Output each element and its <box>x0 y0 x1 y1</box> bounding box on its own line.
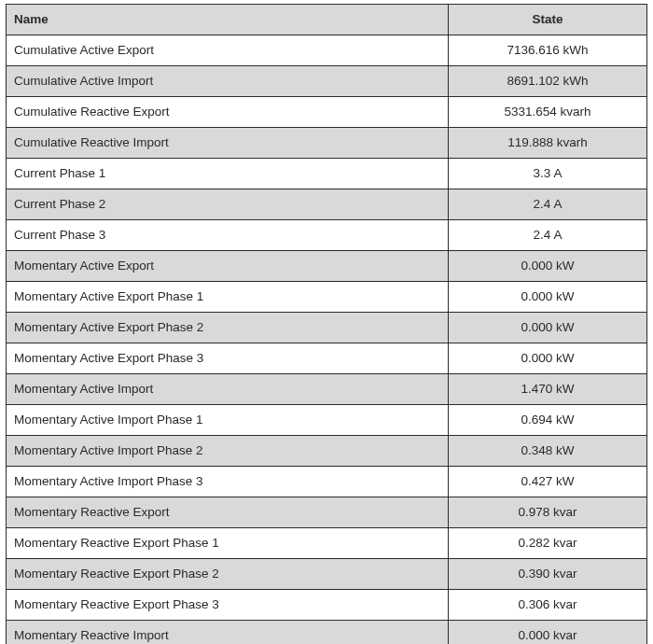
table-row: Cumulative Reactive Import119.888 kvarh <box>7 128 647 159</box>
sensor-name: Current Phase 3 <box>7 220 449 251</box>
sensor-name: Momentary Active Import Phase 2 <box>7 436 449 467</box>
table-row: Momentary Active Import Phase 20.348 kW <box>7 436 647 467</box>
sensor-state: 1.470 kW <box>449 374 647 405</box>
table-row: Momentary Reactive Import0.000 kvar <box>7 621 647 645</box>
sensor-state: 0.694 kW <box>449 405 647 436</box>
sensor-name: Momentary Active Import Phase 3 <box>7 467 449 497</box>
sensor-name: Momentary Reactive Export Phase 2 <box>7 559 449 590</box>
sensor-state: 7136.616 kWh <box>449 35 647 66</box>
column-header-name: Name <box>7 5 449 35</box>
sensor-state: 0.000 kW <box>449 313 647 343</box>
sensor-state: 2.4 A <box>449 189 647 220</box>
sensor-name: Momentary Active Export Phase 2 <box>7 313 449 343</box>
table-row: Current Phase 32.4 A <box>7 220 647 251</box>
sensor-state: 0.000 kW <box>449 343 647 374</box>
sensor-state: 0.390 kvar <box>449 559 647 590</box>
sensor-state: 0.000 kW <box>449 251 647 282</box>
sensor-state: 0.000 kW <box>449 282 647 313</box>
table-row: Cumulative Reactive Export5331.654 kvarh <box>7 97 647 128</box>
table-row: Momentary Reactive Export Phase 20.390 k… <box>7 559 647 590</box>
sensor-name: Current Phase 2 <box>7 189 449 220</box>
sensor-name: Momentary Reactive Export Phase 1 <box>7 528 449 559</box>
table-row: Momentary Active Import Phase 30.427 kW <box>7 467 647 497</box>
sensor-table-container: Name State Cumulative Active Export7136.… <box>0 0 653 644</box>
table-row: Momentary Active Import1.470 kW <box>7 374 647 405</box>
table-row: Cumulative Active Export7136.616 kWh <box>7 35 647 66</box>
sensor-state: 0.348 kW <box>449 436 647 467</box>
table-row: Momentary Reactive Export Phase 10.282 k… <box>7 528 647 559</box>
sensor-name: Cumulative Active Import <box>7 66 449 97</box>
table-row: Momentary Active Import Phase 10.694 kW <box>7 405 647 436</box>
sensor-state: 0.978 kvar <box>449 497 647 528</box>
sensor-state: 8691.102 kWh <box>449 66 647 97</box>
sensor-table: Name State Cumulative Active Export7136.… <box>6 4 647 644</box>
table-row: Cumulative Active Import8691.102 kWh <box>7 66 647 97</box>
table-body: Cumulative Active Export7136.616 kWhCumu… <box>7 35 647 645</box>
sensor-name: Momentary Reactive Export Phase 3 <box>7 590 449 621</box>
table-row: Momentary Active Export Phase 30.000 kW <box>7 343 647 374</box>
table-row: Current Phase 13.3 A <box>7 159 647 189</box>
sensor-state: 2.4 A <box>449 220 647 251</box>
sensor-state: 5331.654 kvarh <box>449 97 647 128</box>
sensor-name: Momentary Active Import <box>7 374 449 405</box>
table-row: Momentary Active Export Phase 10.000 kW <box>7 282 647 313</box>
sensor-name: Current Phase 1 <box>7 159 449 189</box>
table-header-row: Name State <box>7 5 647 35</box>
sensor-name: Momentary Active Import Phase 1 <box>7 405 449 436</box>
sensor-name: Momentary Reactive Import <box>7 621 449 645</box>
table-row: Current Phase 22.4 A <box>7 189 647 220</box>
sensor-name: Cumulative Active Export <box>7 35 449 66</box>
table-row: Momentary Reactive Export0.978 kvar <box>7 497 647 528</box>
sensor-state: 0.306 kvar <box>449 590 647 621</box>
sensor-name: Momentary Active Export Phase 1 <box>7 282 449 313</box>
table-row: Momentary Reactive Export Phase 30.306 k… <box>7 590 647 621</box>
sensor-name: Momentary Active Export <box>7 251 449 282</box>
sensor-name: Momentary Active Export Phase 3 <box>7 343 449 374</box>
sensor-state: 119.888 kvarh <box>449 128 647 159</box>
table-row: Momentary Active Export Phase 20.000 kW <box>7 313 647 343</box>
table-row: Momentary Active Export0.000 kW <box>7 251 647 282</box>
sensor-state: 0.282 kvar <box>449 528 647 559</box>
column-header-state: State <box>449 5 647 35</box>
sensor-state: 3.3 A <box>449 159 647 189</box>
sensor-state: 0.000 kvar <box>449 621 647 645</box>
sensor-state: 0.427 kW <box>449 467 647 497</box>
sensor-name: Cumulative Reactive Import <box>7 128 449 159</box>
sensor-name: Momentary Reactive Export <box>7 497 449 528</box>
sensor-name: Cumulative Reactive Export <box>7 97 449 128</box>
